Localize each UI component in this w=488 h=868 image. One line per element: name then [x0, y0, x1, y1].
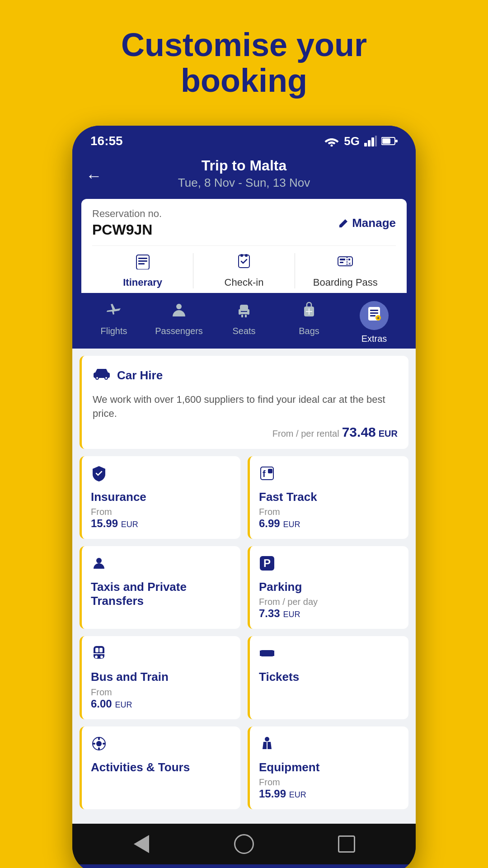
- nav-passengers-label: Passengers: [155, 326, 203, 336]
- service-card-taxis[interactable]: Taxis and Private Transfers: [80, 546, 240, 629]
- insurance-icon: [91, 465, 231, 486]
- service-row-activities-equipment: Activities & Tours Equipment From 15.99 …: [80, 726, 408, 809]
- car-hire-from: From / per rental: [272, 429, 339, 439]
- tickets-name: Tickets: [259, 670, 399, 684]
- svg-rect-7: [395, 140, 398, 142]
- service-card-equipment[interactable]: Equipment From 15.99 EUR: [248, 726, 408, 809]
- svg-rect-6: [382, 138, 390, 144]
- equipment-price: 15.99 EUR: [259, 788, 399, 800]
- service-card-bus-train[interactable]: Bus and Train From 6.00 EUR: [80, 636, 240, 719]
- svg-point-40: [96, 377, 98, 379]
- svg-rect-2: [368, 140, 371, 146]
- tab-checkin[interactable]: Check-in: [193, 253, 294, 288]
- nav-bags[interactable]: Bags: [277, 301, 342, 336]
- equipment-name: Equipment: [259, 760, 399, 774]
- equipment-from: From: [259, 777, 399, 788]
- service-card-activities[interactable]: Activities & Tours: [80, 726, 240, 809]
- seats-icon: [235, 301, 253, 322]
- trip-dates: Tue, 8 Nov - Sun, 13 Nov: [81, 176, 407, 190]
- svg-rect-27: [245, 315, 247, 317]
- svg-text:X: X: [348, 262, 351, 266]
- svg-rect-4: [375, 136, 377, 146]
- home-circle-icon: [234, 834, 254, 854]
- insurance-from: From: [91, 507, 231, 517]
- reservation-number: PCW9JN: [92, 222, 162, 238]
- svg-rect-19: [348, 259, 350, 260]
- svg-point-66: [265, 737, 269, 741]
- nav-extras[interactable]: + Extras: [342, 301, 407, 344]
- content-area: Car Hire We work with over 1,600 supplie…: [72, 349, 416, 823]
- trip-title: Trip to Malta: [81, 157, 407, 174]
- svg-rect-12: [239, 255, 249, 268]
- svg-rect-33: [370, 312, 378, 314]
- checkin-icon: [236, 253, 252, 273]
- svg-rect-64: [93, 743, 95, 745]
- taxis-icon: [91, 555, 231, 576]
- activities-name: Activities & Tours: [91, 760, 231, 774]
- app-header: ← Trip to Malta Tue, 8 Nov - Sun, 13 Nov: [72, 153, 416, 199]
- phone-bottom-bar: [72, 824, 416, 864]
- recent-square-icon: [338, 835, 355, 853]
- back-button[interactable]: ←: [86, 166, 102, 185]
- parking-icon: P: [259, 555, 399, 576]
- reservation-info: Reservation no. PCW9JN: [92, 208, 162, 238]
- nav-flights-label: Flights: [101, 326, 127, 336]
- svg-text:+: +: [377, 316, 380, 321]
- svg-text:f: f: [263, 469, 266, 479]
- status-time: 16:55: [90, 134, 123, 148]
- svg-rect-51: [99, 648, 103, 652]
- svg-point-61: [96, 741, 102, 746]
- home-button-nav[interactable]: [233, 833, 255, 855]
- nav-passengers[interactable]: Passengers: [146, 301, 211, 336]
- nav-flights[interactable]: Flights: [81, 301, 146, 336]
- insurance-name: Insurance: [91, 490, 231, 504]
- svg-rect-10: [138, 260, 147, 262]
- bus-train-from: From: [91, 687, 231, 698]
- nav-bags-label: Bags: [299, 326, 319, 336]
- service-card-car-hire[interactable]: Car Hire We work with over 1,600 supplie…: [80, 356, 408, 449]
- back-triangle-icon: [134, 835, 149, 853]
- reservation-card: Reservation no. PCW9JN Manage: [81, 199, 407, 293]
- network-indicator: 5G: [344, 134, 360, 148]
- svg-rect-62: [98, 737, 100, 740]
- tab-itinerary[interactable]: Itinerary: [92, 253, 193, 288]
- svg-point-52: [95, 656, 98, 658]
- flights-icon: [105, 301, 122, 322]
- svg-point-41: [105, 377, 107, 379]
- svg-rect-9: [138, 258, 147, 259]
- parking-name: Parking: [259, 580, 399, 594]
- service-row-taxis-parking: Taxis and Private Transfers P Parking Fr…: [80, 546, 408, 629]
- svg-text:P: P: [263, 557, 271, 569]
- svg-point-0: [331, 145, 333, 147]
- svg-rect-34: [370, 315, 375, 316]
- parking-price: 7.33 EUR: [259, 607, 399, 620]
- back-button-nav[interactable]: [130, 833, 153, 855]
- headline-line1: Customise your: [121, 27, 367, 63]
- svg-point-53: [100, 656, 103, 658]
- manage-button[interactable]: Manage: [338, 216, 396, 230]
- svg-rect-50: [95, 648, 99, 652]
- headline-line2: booking: [181, 62, 307, 99]
- service-row-insurance-fasttrack: Insurance From 15.99 EUR f Fast Track Fr…: [80, 456, 408, 539]
- car-hire-icon: [93, 365, 111, 384]
- svg-rect-1: [364, 143, 367, 146]
- svg-rect-54: [94, 653, 104, 654]
- itinerary-icon: [135, 253, 151, 273]
- nav-seats-label: Seats: [232, 326, 255, 336]
- status-bar: 16:55 5G: [72, 126, 416, 153]
- service-card-insurance[interactable]: Insurance From 15.99 EUR: [80, 456, 240, 539]
- service-card-fast-track[interactable]: f Fast Track From 6.99 EUR: [248, 456, 408, 539]
- car-hire-currency: EUR: [379, 429, 398, 439]
- bus-train-icon: [91, 645, 231, 665]
- car-hire-price: 73.48: [342, 425, 376, 440]
- svg-rect-11: [138, 263, 145, 264]
- bottom-nav: Flights Passengers: [72, 293, 416, 349]
- service-card-tickets[interactable]: Tickets: [248, 636, 408, 719]
- page-headline: Customise your booking: [85, 27, 403, 99]
- tab-checkin-label: Check-in: [225, 277, 264, 288]
- service-card-parking[interactable]: P Parking From / per day 7.33 EUR: [248, 546, 408, 629]
- recent-button-nav[interactable]: [335, 833, 358, 855]
- tab-boarding-label: Boarding Pass: [313, 277, 378, 288]
- nav-seats[interactable]: Seats: [211, 301, 277, 336]
- tab-boarding-pass[interactable]: X Boarding Pass: [295, 253, 396, 288]
